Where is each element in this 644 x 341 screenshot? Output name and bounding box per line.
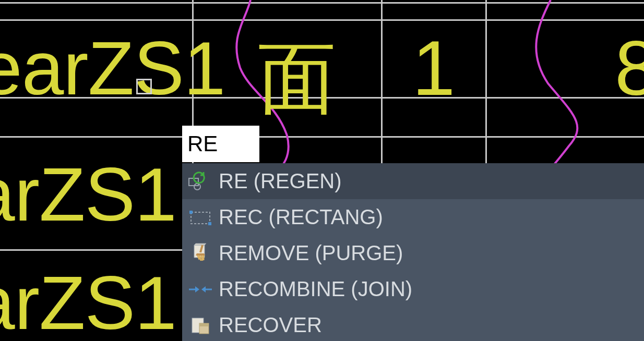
autocomplete-item-label: RECOMBINE (JOIN)	[219, 277, 412, 301]
command-autocomplete-list: RE (REGEN) REC (RECTANG)	[182, 163, 644, 341]
svg-point-1	[194, 184, 200, 190]
svg-rect-3	[189, 211, 193, 214]
command-input-text: RE	[187, 131, 218, 156]
grid-line	[0, 136, 644, 138]
svg-rect-4	[208, 222, 211, 225]
autocomplete-item-recover[interactable]: RECOVER	[182, 307, 644, 341]
grid-line	[0, 19, 644, 21]
drawing-text: earZS1	[0, 25, 225, 112]
join-icon	[185, 278, 216, 301]
purge-broom-icon	[185, 242, 216, 265]
recover-icon	[185, 314, 216, 337]
autocomplete-item-label: RECOVER	[219, 313, 322, 337]
rectangle-icon	[185, 206, 216, 229]
autocomplete-item-purge[interactable]: REMOVE (PURGE)	[182, 235, 644, 271]
regen-icon	[185, 170, 216, 193]
autocomplete-item-join[interactable]: RECOMBINE (JOIN)	[182, 271, 644, 307]
autocomplete-item-label: REC (RECTANG)	[219, 205, 383, 229]
command-input[interactable]: RE	[182, 126, 259, 162]
autocomplete-item-label: REMOVE (PURGE)	[219, 241, 403, 265]
crosshair-pickbox	[136, 79, 152, 94]
autocomplete-item-regen[interactable]: RE (REGEN)	[182, 163, 644, 199]
svg-rect-2	[191, 212, 210, 224]
autocomplete-item-rectang[interactable]: REC (RECTANG)	[182, 199, 644, 235]
drawing-text: arZS1	[0, 151, 176, 238]
drawing-text: arZS1	[0, 260, 176, 341]
drawing-text: 1	[412, 24, 455, 113]
drawing-canvas[interactable]: earZS1 arZS1 arZS1 面 1 8 RE RE (REGEN)	[0, 0, 644, 341]
drawing-text: 面	[258, 27, 336, 132]
autocomplete-item-label: RE (REGEN)	[219, 169, 342, 193]
drawing-text: 8	[615, 24, 644, 113]
grid-line	[0, 2, 644, 4]
svg-rect-9	[199, 323, 209, 326]
